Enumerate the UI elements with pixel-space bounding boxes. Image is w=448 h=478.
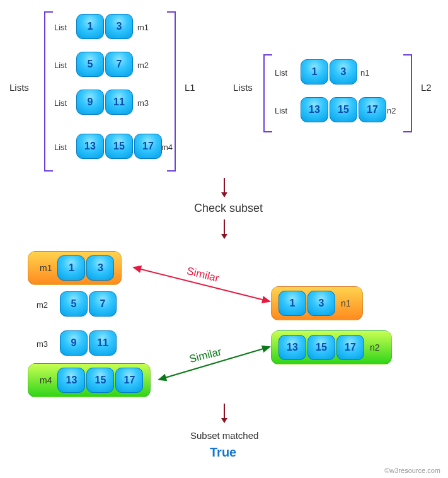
label-subset-matched: Subset matched	[190, 430, 258, 441]
diagram-root: { "labels": { "lists": "Lists", "list": …	[0, 0, 448, 478]
label-result-true: True	[210, 445, 236, 460]
arrow-down-3	[224, 404, 225, 423]
watermark: ©w3resource.com	[384, 467, 440, 474]
